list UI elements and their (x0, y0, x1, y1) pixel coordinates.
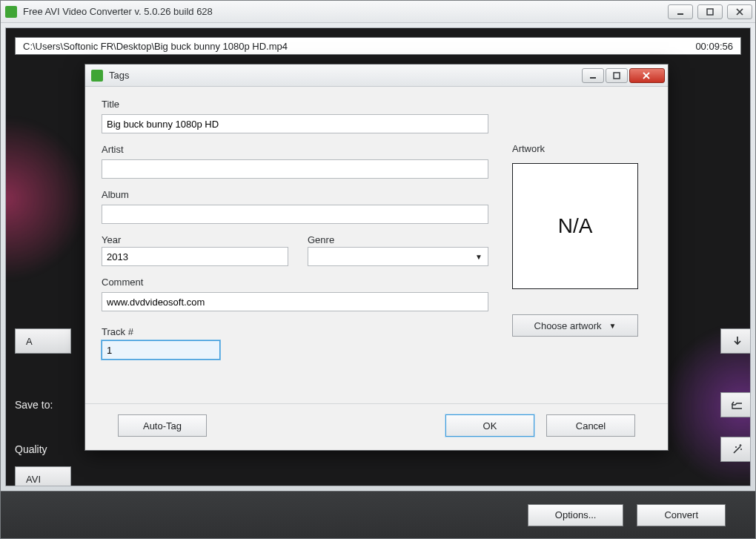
window-controls (668, 4, 752, 19)
year-label: Year (102, 234, 288, 245)
title-label: Title (102, 99, 488, 110)
album-label: Album (102, 189, 488, 200)
track-label: Track # (102, 326, 220, 337)
quality-label: Quality (15, 443, 79, 455)
app-icon (5, 6, 17, 18)
close-icon (643, 72, 651, 79)
artist-input[interactable] (102, 159, 488, 179)
minimize-icon (589, 72, 597, 79)
main-titlebar: Free AVI Video Converter v. 5.0.26 build… (1, 1, 755, 23)
dialog-close-button[interactable] (629, 68, 665, 83)
dialog-body: Title Artist Album Year Genre ▼ (85, 87, 668, 450)
folder-open-icon (732, 400, 742, 410)
close-button[interactable] (727, 4, 752, 19)
svg-rect-1 (707, 9, 713, 15)
form-right-column: Artwork N/A Choose artwork ▼ (512, 99, 651, 360)
tags-dialog: Tags Title Artist Album Year (84, 64, 669, 451)
dialog-button-row: Auto-Tag OK Cancel (102, 404, 651, 450)
maximize-icon (613, 72, 620, 79)
maximize-button[interactable] (697, 4, 723, 19)
dialog-maximize-button[interactable] (606, 68, 628, 83)
maximize-icon (706, 8, 714, 16)
minimize-button[interactable] (668, 4, 693, 19)
title-input[interactable] (102, 114, 488, 133)
file-row[interactable]: C:\Users\Softonic FR\Desktop\Big buck bu… (15, 37, 741, 55)
dialog-title: Tags (109, 70, 582, 81)
dialog-titlebar: Tags (85, 65, 668, 87)
minimize-icon (677, 8, 684, 16)
close-icon (736, 8, 743, 16)
saveto-label: Save to: (15, 399, 79, 411)
main-window-title: Free AVI Video Converter v. 5.0.26 build… (23, 6, 668, 17)
dialog-app-icon (91, 70, 103, 82)
comment-input[interactable] (102, 292, 488, 311)
convert-button[interactable]: Convert (637, 504, 726, 526)
preset-button[interactable] (720, 437, 751, 462)
ok-label: OK (483, 420, 497, 431)
track-input[interactable] (102, 340, 220, 360)
convert-label: Convert (664, 509, 698, 520)
year-input[interactable] (102, 247, 288, 266)
genre-select[interactable] (308, 247, 488, 266)
album-input[interactable] (102, 205, 488, 224)
artwork-label: Artwork (512, 143, 651, 154)
options-label: Options... (555, 509, 597, 520)
add-button-label: A (26, 336, 33, 347)
cancel-button[interactable]: Cancel (546, 414, 635, 437)
file-duration: 00:09:56 (695, 41, 733, 52)
form-left-column: Title Artist Album Year Genre ▼ (102, 99, 488, 360)
choose-artwork-label: Choose artwork (534, 320, 602, 331)
bottom-bar: Options... Convert (1, 491, 755, 538)
choose-artwork-button[interactable]: Choose artwork ▼ (512, 314, 638, 337)
browse-button[interactable] (720, 392, 751, 417)
ok-button[interactable]: OK (445, 414, 534, 437)
artwork-preview: N/A (512, 163, 638, 289)
auto-tag-label: Auto-Tag (143, 420, 182, 431)
dialog-minimize-button[interactable] (582, 68, 604, 83)
svg-rect-5 (614, 73, 620, 79)
avi-label: AVI (26, 474, 41, 485)
form-grid: Title Artist Album Year Genre ▼ (102, 99, 651, 360)
artist-label: Artist (102, 144, 488, 155)
background-glow-left (5, 117, 87, 280)
year-genre-row: Year Genre ▼ (102, 227, 488, 266)
format-avi-button[interactable]: AVI (15, 466, 71, 486)
cancel-label: Cancel (576, 420, 606, 431)
wand-icon (732, 443, 742, 455)
auto-tag-button[interactable]: Auto-Tag (118, 414, 207, 437)
genre-label: Genre (308, 234, 488, 245)
arrow-down-icon (732, 335, 742, 347)
comment-label: Comment (102, 277, 488, 288)
move-down-button[interactable] (720, 328, 751, 354)
options-button[interactable]: Options... (528, 504, 624, 526)
add-button[interactable]: A (15, 328, 71, 354)
artwork-placeholder: N/A (558, 214, 593, 238)
file-path: C:\Users\Softonic FR\Desktop\Big buck bu… (23, 41, 695, 52)
chevron-down-icon: ▼ (609, 322, 617, 330)
